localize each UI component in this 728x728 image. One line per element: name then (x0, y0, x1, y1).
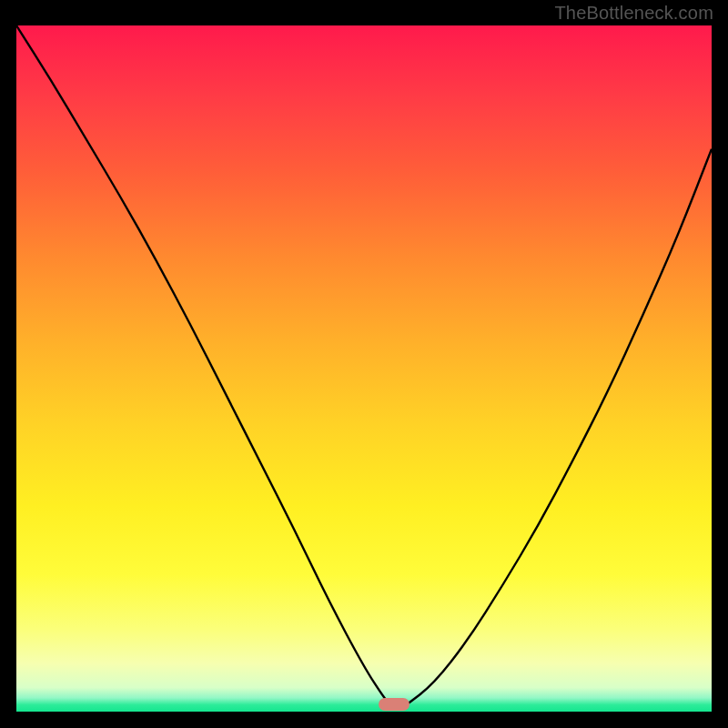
bottleneck-curve (16, 25, 712, 712)
chart-frame: TheBottleneck.com (0, 0, 728, 728)
optimal-point-marker (379, 698, 410, 711)
watermark-text: TheBottleneck.com (554, 3, 713, 24)
plot-area (16, 25, 712, 712)
curve-path (16, 25, 712, 710)
